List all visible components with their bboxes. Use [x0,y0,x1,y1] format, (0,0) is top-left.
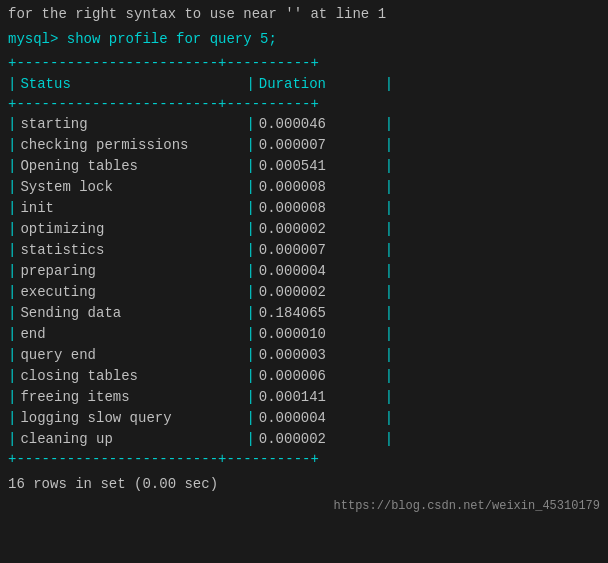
table-row: |checking permissions|0.000007| [8,135,600,156]
divider-bot: +------------------------+----------+ [8,450,600,470]
terminal: for the right syntax to use near '' at l… [0,0,608,515]
table-row: |statistics|0.000007| [8,240,600,261]
table-row: |Opening tables|0.000541| [8,156,600,177]
duration-cell: 0.000003 [255,345,385,366]
table-row: |query end|0.000003| [8,345,600,366]
duration-cell: 0.000010 [255,324,385,345]
header-status: Status [16,74,246,95]
status-cell: closing tables [16,366,246,387]
duration-cell: 0.000006 [255,366,385,387]
duration-cell: 0.000008 [255,177,385,198]
top-line-1: for the right syntax to use near '' at l… [0,0,608,27]
status-cell: Sending data [16,303,246,324]
table-row: |init|0.000008| [8,198,600,219]
status-cell: init [16,198,246,219]
duration-cell: 0.000004 [255,261,385,282]
table-header: | Status | Duration | [8,74,600,95]
duration-cell: 0.000002 [255,282,385,303]
table-row: |Sending data|0.184065| [8,303,600,324]
table-row: |cleaning up|0.000002| [8,429,600,450]
table-row: |logging slow query|0.000004| [8,408,600,429]
status-cell: executing [16,282,246,303]
duration-cell: 0.000007 [255,240,385,261]
duration-cell: 0.184065 [255,303,385,324]
duration-cell: 0.000046 [255,114,385,135]
row-count: 16 rows in set (0.00 sec) [0,470,608,497]
table-row: |optimizing|0.000002| [8,219,600,240]
status-cell: preparing [16,261,246,282]
duration-cell: 0.000541 [255,156,385,177]
status-cell: end [16,324,246,345]
divider-top: +------------------------+----------+ [8,54,600,74]
duration-cell: 0.000141 [255,387,385,408]
status-cell: logging slow query [16,408,246,429]
duration-cell: 0.000002 [255,429,385,450]
status-cell: checking permissions [16,135,246,156]
status-cell: starting [16,114,246,135]
table-row: |end|0.000010| [8,324,600,345]
duration-cell: 0.000008 [255,198,385,219]
watermark: https://blog.csdn.net/weixin_45310179 [0,497,608,515]
table-row: |freeing items|0.000141| [8,387,600,408]
table-row: |starting|0.000046| [8,114,600,135]
divider-mid: +------------------------+----------+ [8,95,600,115]
status-cell: statistics [16,240,246,261]
duration-cell: 0.000004 [255,408,385,429]
status-cell: optimizing [16,219,246,240]
table-row: |System lock|0.000008| [8,177,600,198]
status-cell: query end [16,345,246,366]
status-cell: freeing items [16,387,246,408]
table-row: |preparing|0.000004| [8,261,600,282]
table-row: |closing tables|0.000006| [8,366,600,387]
profile-table: +------------------------+----------+ | … [0,54,608,470]
table-row: |executing|0.000002| [8,282,600,303]
status-cell: Opening tables [16,156,246,177]
duration-cell: 0.000007 [255,135,385,156]
prompt-line: mysql> show profile for query 5; [0,27,608,52]
duration-cell: 0.000002 [255,219,385,240]
status-cell: System lock [16,177,246,198]
header-duration: Duration [255,74,385,95]
status-cell: cleaning up [16,429,246,450]
table-body: |starting|0.000046||checking permissions… [8,114,600,450]
